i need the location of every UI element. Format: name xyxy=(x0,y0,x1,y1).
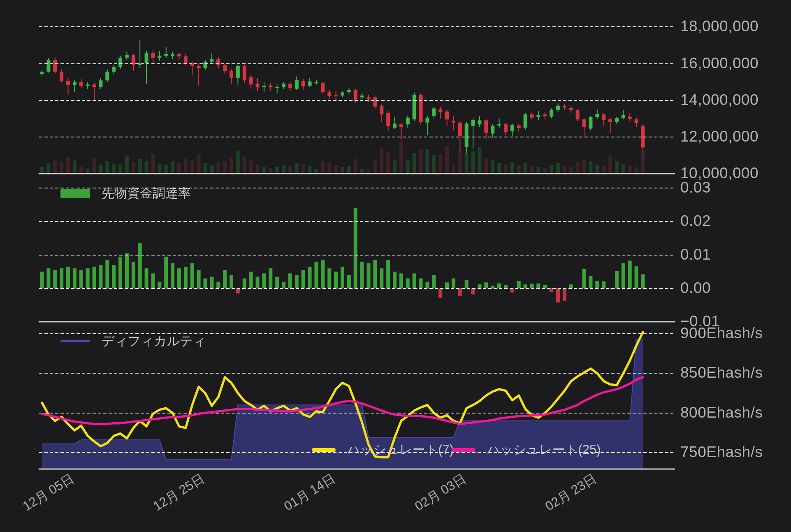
legend-funding-rate[interactable]: 先物資金調達率 xyxy=(60,185,191,202)
legend-hashrate-7[interactable]: ハッシュレート(7) xyxy=(312,441,454,458)
hashrate-axis-tick-label: 750Ehash/s xyxy=(680,444,763,461)
legend-difficulty[interactable]: ディフィカルティ xyxy=(60,332,206,350)
price-axis-tick-label: 14,000,000 xyxy=(680,91,759,109)
funding-rate-swatch xyxy=(60,189,90,198)
legend-hashrate-25[interactable]: ハッシュレート(25) xyxy=(452,441,601,458)
hashrate25-legend-label: ハッシュレート(25) xyxy=(487,441,601,458)
price-axis-tick-label: 16,000,000 xyxy=(680,55,759,72)
hashrate7-legend-label: ハッシュレート(7) xyxy=(347,441,454,458)
difficulty-legend-label: ディフィカルティ xyxy=(102,332,206,350)
difficulty-swatch xyxy=(60,340,90,342)
price-axis-tick-label: 18,000,000 xyxy=(680,18,759,35)
crypto-chart-dashboard: 先物資金調達率 ディフィカルティ ハッシュレート(7) ハッシュレート(25) … xyxy=(0,0,791,532)
funding-axis-tick-label: 0.02 xyxy=(680,212,711,230)
hashrate-axis-tick-label: 800Ehash/s xyxy=(680,404,763,421)
hashrate7-swatch xyxy=(312,448,336,452)
funding-axis-tick-label: 0.00 xyxy=(680,279,711,297)
hashrate25-swatch xyxy=(452,448,476,452)
hashrate-axis-tick-label: 900Ehash/s xyxy=(680,325,763,342)
funding-axis-tick-label: 0.01 xyxy=(680,246,711,263)
funding-axis-tick-label: 0.03 xyxy=(680,179,711,196)
funding-rate-legend-label: 先物資金調達率 xyxy=(102,185,191,202)
price-axis-tick-label: 12,000,000 xyxy=(680,128,759,145)
hashrate-axis-tick-label: 850Ehash/s xyxy=(680,364,763,381)
